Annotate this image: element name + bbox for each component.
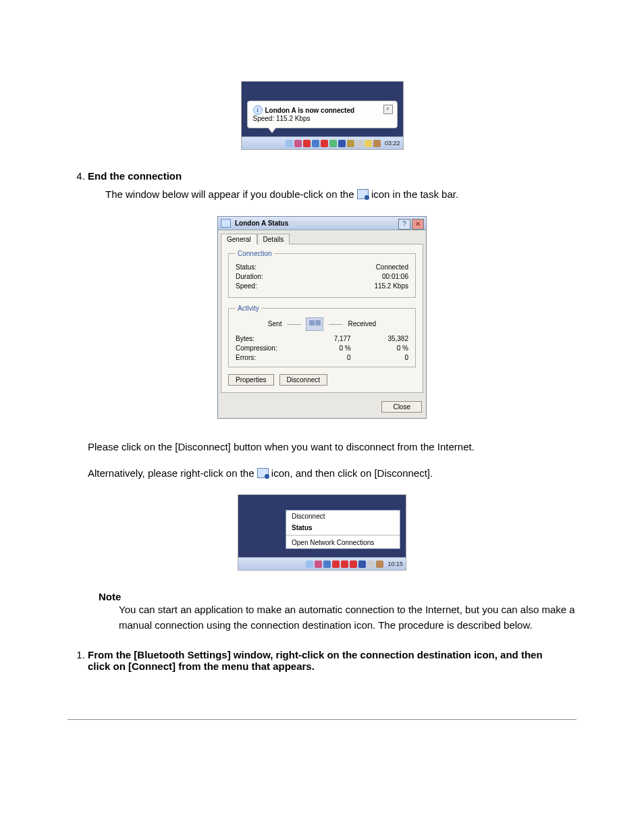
notification-balloon: i London A is now connected Speed: 115.2…	[247, 101, 398, 128]
menu-separator	[286, 535, 400, 536]
balloon-speed-text: Speed: 115.2 Kbps	[253, 115, 392, 122]
footer-rule	[68, 719, 576, 720]
tray-clock: 10:15	[387, 561, 403, 567]
step1b-heading: From the [Bluetooth Settings] window, ri…	[88, 649, 560, 672]
tray-icon[interactable]	[367, 561, 375, 568]
step4-body-before: The window below will appear if you doub…	[105, 188, 354, 200]
activity-computers-icon	[306, 317, 323, 331]
dialog-close-button[interactable]: ✕	[412, 219, 424, 230]
system-tray: 10:15	[238, 557, 406, 570]
dialog-title-text: London A Status	[235, 219, 288, 227]
compression-recv: 0 %	[351, 344, 408, 352]
tray-icon[interactable]	[303, 140, 311, 147]
info-icon: i	[253, 105, 263, 115]
speed-label: Speed:	[236, 282, 257, 290]
tray-icon[interactable]	[356, 140, 363, 147]
bytes-recv: 35,382	[351, 335, 408, 342]
received-label: Received	[348, 320, 376, 328]
menu-item-status[interactable]: Status	[286, 522, 400, 533]
tray-icon[interactable]	[347, 140, 354, 147]
system-tray: 03:22	[242, 136, 403, 149]
dialog-titlebar: London A Status ? ✕	[218, 217, 426, 230]
activity-dash-icon: ——	[287, 320, 300, 328]
dialog-help-button[interactable]: ?	[398, 219, 410, 230]
para-alt-instruction: Alternatively, please right-click on the…	[88, 465, 576, 481]
status-value: Connected	[376, 263, 408, 271]
balloon-title-text: London A is now connected	[265, 107, 355, 114]
step4-body-after: icon in the task bar.	[371, 188, 458, 200]
tray-icon[interactable]	[365, 140, 372, 147]
menu-item-open-connections[interactable]: Open Network Connections	[286, 537, 400, 548]
group-activity-legend: Activity	[236, 305, 261, 312]
bytes-label: Bytes:	[236, 335, 293, 342]
tray-icon[interactable]	[286, 140, 293, 147]
tabs-bar: General Details	[218, 230, 426, 244]
group-activity: Activity Sent —— —— Received Bytes: 7,17…	[228, 305, 416, 367]
group-connection-legend: Connection	[236, 250, 274, 257]
figure-status-dialog: London A Status ? ✕ General Details Conn…	[68, 216, 576, 419]
close-button[interactable]: Close	[381, 401, 422, 413]
figure-notification: i London A is now connected Speed: 115.2…	[68, 81, 576, 150]
status-label: Status:	[236, 263, 257, 271]
tray-icon[interactable]	[358, 561, 366, 568]
menu-item-disconnect[interactable]: Disconnect	[286, 511, 400, 522]
para-alt-before: Alternatively, please right-click on the	[88, 467, 254, 479]
activity-dash-icon: ——	[329, 320, 342, 328]
list-item-step4: End the connection The window below will…	[88, 170, 576, 203]
errors-sent: 0	[293, 354, 350, 361]
tray-icon[interactable]	[332, 561, 340, 568]
tray-icon[interactable]	[350, 561, 357, 568]
compression-label: Compression:	[236, 344, 293, 352]
tray-icon[interactable]	[338, 140, 346, 147]
step1b-heading-text: From the [Bluetooth Settings] window, ri…	[88, 649, 543, 672]
tab-panel-general: Connection Status: Connected Duration: 0…	[221, 244, 423, 393]
tray-icon[interactable]	[312, 140, 319, 147]
compression-sent: 0 %	[293, 344, 350, 352]
errors-label: Errors:	[236, 354, 293, 361]
tray-icon[interactable]	[341, 561, 348, 568]
figure-context-menu: Disconnect Status Open Network Connectio…	[68, 494, 576, 571]
tray-icon[interactable]	[323, 561, 331, 568]
tray-icon[interactable]	[376, 561, 383, 568]
note-label: Note	[99, 591, 576, 602]
tray-icon[interactable]	[294, 140, 302, 147]
tray-icon[interactable]	[373, 140, 381, 147]
context-menu: Disconnect Status Open Network Connectio…	[286, 510, 400, 549]
bytes-sent: 7,177	[293, 335, 350, 342]
step4-heading: End the connection	[88, 170, 576, 182]
properties-button[interactable]: Properties	[228, 374, 274, 386]
tray-icon[interactable]	[321, 140, 328, 147]
tab-general[interactable]: General	[221, 234, 257, 244]
balloon-close-button[interactable]: ×	[383, 105, 393, 114]
connection-tray-icon	[357, 189, 369, 199]
duration-value: 00:01:06	[382, 273, 408, 280]
balloon-tail	[268, 128, 276, 133]
errors-recv: 0	[351, 354, 408, 361]
duration-label: Duration:	[236, 273, 263, 280]
group-connection: Connection Status: Connected Duration: 0…	[228, 250, 416, 298]
tray-icon[interactable]	[329, 140, 337, 147]
para-alt-after: icon, and then click on [Disconnect].	[271, 467, 433, 479]
note-body: You can start an application to make an …	[119, 602, 576, 633]
connection-tray-icon	[257, 468, 269, 478]
list-item-step1b: From the [Bluetooth Settings] window, ri…	[88, 649, 576, 672]
dialog-title-icon	[221, 219, 231, 228]
disconnect-button[interactable]: Disconnect	[279, 374, 327, 386]
tab-details[interactable]: Details	[257, 234, 290, 244]
para-disconnect-instruction: Please click on the [Disconnect] button …	[88, 439, 576, 454]
tray-icon[interactable]	[306, 561, 313, 568]
tray-icon[interactable]	[315, 561, 322, 568]
tray-clock: 03:22	[385, 140, 400, 147]
speed-value: 115.2 Kbps	[374, 282, 408, 290]
sent-label: Sent	[268, 320, 282, 328]
